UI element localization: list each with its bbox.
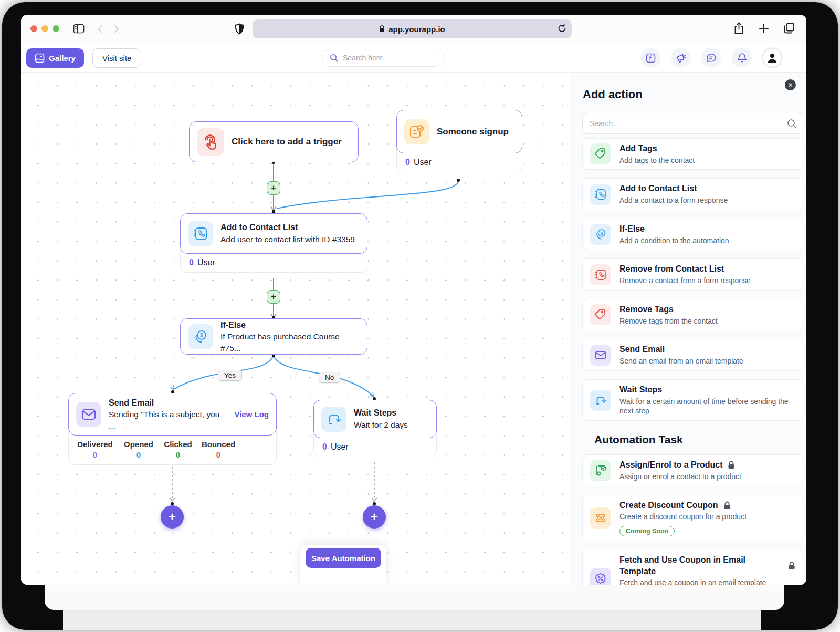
svg-text:$: $ — [200, 332, 203, 338]
gallery-button[interactable]: Gallery — [26, 48, 84, 68]
yes-branch-label: Yes — [218, 370, 242, 381]
search-icon — [787, 119, 797, 131]
task-fetch-coupon[interactable]: Fetch and Use Coupon in Email Template F… — [582, 550, 803, 585]
trigger-node[interactable]: Click here to add a trigger — [189, 121, 359, 162]
action-if-else[interactable]: $ If-Else Add a condition to the automat… — [582, 219, 803, 250]
mockup-stage: app.yourapp.io — [2, 2, 838, 630]
share-icon[interactable] — [734, 22, 744, 36]
task-desc: Fetch and use a coupon in an email templ… — [620, 578, 795, 585]
no-branch-label: No — [319, 372, 340, 383]
stat-label: Opened — [121, 440, 156, 449]
tabs-overview-icon[interactable] — [784, 23, 795, 36]
minimize-window-button[interactable] — [41, 25, 48, 32]
stat-label: Bounced — [200, 440, 237, 449]
action-wait-steps[interactable]: Wait Steps Wait for a certain amount of … — [582, 379, 803, 421]
action-remove-from-contact-list[interactable]: Remove from Contact List Remove a contac… — [582, 258, 803, 290]
reload-icon[interactable] — [558, 24, 566, 35]
action-add-tags[interactable]: Add Tags Add tags to the contact — [582, 138, 803, 170]
count-unit: User — [331, 442, 349, 452]
app-header: Gallery Visit site — [21, 43, 806, 73]
avatar[interactable] — [762, 48, 782, 68]
new-tab-icon[interactable] — [759, 23, 769, 36]
envelope-icon — [76, 402, 101, 427]
view-log-link[interactable]: View Log — [234, 410, 269, 419]
sidebar-toggle-icon[interactable] — [73, 24, 85, 34]
if-else-node[interactable]: $ If-Else If Product has purchased Cours… — [180, 318, 368, 355]
close-window-button[interactable] — [30, 25, 37, 32]
assign-contact-icon — [590, 460, 611, 481]
traffic-lights — [30, 25, 59, 32]
wait-steps-node[interactable]: Wait Steps Wait for 2 days 0 User — [313, 400, 437, 457]
action-title: Wait Steps — [620, 384, 662, 396]
stacked-sheet — [45, 583, 784, 610]
panel-search[interactable] — [582, 113, 803, 134]
add-step-button[interactable]: + — [267, 290, 280, 304]
action-title: Add to Contact List — [620, 183, 697, 194]
wait-loop-icon — [590, 390, 611, 411]
action-send-email[interactable]: Send Email Send an email from an email t… — [582, 339, 803, 370]
bell-icon[interactable] — [732, 48, 752, 68]
privacy-shield-icon[interactable] — [235, 23, 244, 35]
panel-search-input[interactable] — [590, 119, 783, 128]
action-desc: Add a contact to a form response — [620, 195, 795, 205]
action-title: Send Email — [620, 344, 665, 355]
wait-loop-icon — [321, 407, 346, 432]
back-icon — [97, 24, 103, 34]
count-value: 0 — [189, 258, 194, 267]
automation-task-heading: Automation Task — [594, 433, 803, 446]
send-email-node[interactable]: Send Email Sending "This is a subject, y… — [68, 393, 277, 465]
action-desc: Add a condition to the automation — [620, 236, 795, 246]
save-automation-button[interactable]: Save Automation — [306, 548, 381, 568]
header-search-input[interactable] — [343, 54, 427, 62]
lock-icon — [788, 562, 795, 570]
forward-icon — [113, 24, 119, 34]
contact-book-icon — [188, 221, 213, 246]
browser-window: app.yourapp.io — [21, 15, 806, 585]
add-step-button[interactable]: + — [267, 181, 280, 195]
nav-chevrons — [97, 24, 119, 34]
stat-value: 0 — [121, 450, 156, 459]
facebook-icon[interactable] — [640, 48, 660, 68]
stat-label: Delivered — [75, 440, 115, 449]
count-unit: User — [414, 158, 432, 167]
signup-node[interactable]: Someone signup 0 User — [396, 110, 522, 172]
stat-value: 0 — [75, 450, 115, 459]
action-title: Remove Tags — [620, 304, 674, 315]
chat-icon[interactable] — [701, 48, 721, 68]
lock-icon — [728, 461, 735, 469]
node-title: Add to Contact List — [220, 222, 355, 233]
condition-coin-icon: $ — [590, 224, 611, 245]
task-title: Create Discount Coupon — [620, 500, 718, 511]
zoom-window-button[interactable] — [52, 25, 59, 32]
tap-trigger-icon — [197, 128, 224, 156]
visit-site-button[interactable]: Visit site — [92, 48, 142, 68]
add-node-button[interactable]: + — [161, 505, 184, 529]
svg-text:$: $ — [600, 231, 603, 236]
close-icon[interactable]: ✕ — [785, 79, 796, 90]
form-check-icon — [404, 119, 429, 144]
panel-title: Add action — [583, 88, 806, 101]
discount-badge-icon — [590, 568, 611, 585]
header-search[interactable] — [322, 49, 444, 67]
action-add-to-contact-list[interactable]: Add to Contact List Add a contact to a f… — [582, 178, 803, 210]
task-assign-product[interactable]: Assign/Enrol to a Product Assign or enro… — [582, 454, 803, 486]
count-value: 0 — [322, 442, 327, 452]
add-node-button[interactable]: + — [363, 505, 386, 529]
megaphone-icon[interactable] — [671, 48, 691, 68]
gallery-label: Gallery — [49, 54, 76, 63]
stacked-sheet — [63, 610, 761, 630]
url-text: app.yourapp.io — [388, 25, 445, 34]
action-desc: Add tags to the contact — [620, 156, 795, 165]
trigger-title: Click here to add a trigger — [232, 137, 342, 147]
lock-icon — [379, 25, 385, 33]
task-desc: Create a discount coupon for a product — [620, 512, 795, 522]
task-create-discount-coupon[interactable]: Create Discount Coupon Create a discount… — [582, 495, 803, 541]
add-to-contact-list-node[interactable]: Add to Contact List Add user to contact … — [180, 213, 368, 273]
contact-book-remove-icon — [590, 264, 611, 285]
action-remove-tags[interactable]: Remove Tags Remove tags from the contact — [582, 299, 803, 330]
count-value: 0 — [405, 158, 410, 167]
node-subtitle: Wait for 2 days — [354, 419, 408, 431]
automation-canvas[interactable]: Click here to add a trigger Someone sign… — [21, 73, 570, 585]
node-subtitle: Add user to contact list with ID #3359 — [220, 234, 355, 245]
address-bar[interactable]: app.yourapp.io — [253, 19, 572, 38]
